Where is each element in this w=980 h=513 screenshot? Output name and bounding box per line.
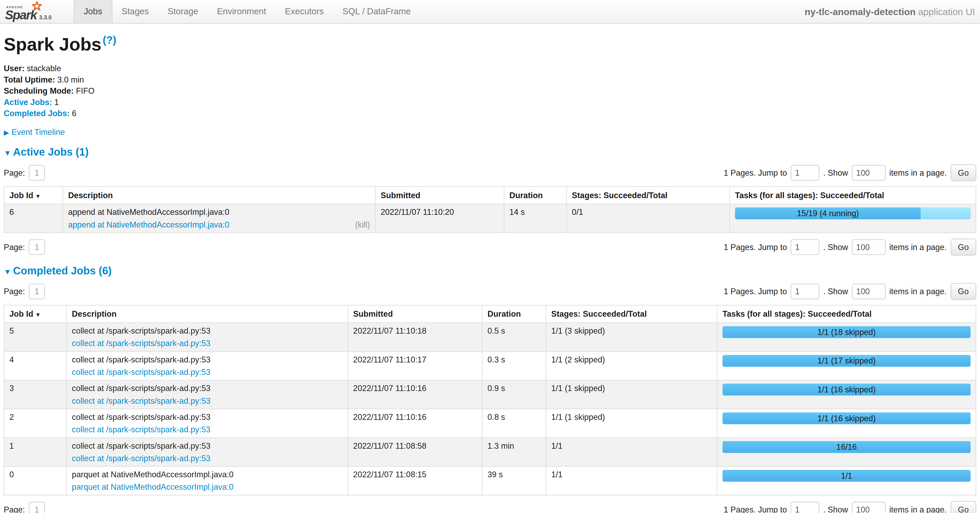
description-cell: collect at /spark-scripts/spark-ad.py:53… <box>67 351 348 380</box>
go-button[interactable]: Go <box>950 164 976 181</box>
task-progress-bar: 16/16 <box>722 441 971 453</box>
job-id-cell: 0 <box>4 467 67 495</box>
items-per-page-input[interactable] <box>852 284 886 299</box>
go-button[interactable]: Go <box>950 501 976 513</box>
job-description: collect at /spark-scripts/spark-ad.py:53 <box>72 384 343 393</box>
tab-stages[interactable]: Stages <box>112 0 158 23</box>
items-per-page-input[interactable] <box>852 502 886 513</box>
column-job-id[interactable]: Job Id▼ <box>4 305 67 323</box>
completed-jobs-heading[interactable]: ▼Completed Jobs (6) <box>4 265 976 277</box>
scheduling-mode-label: Scheduling Mode: <box>4 86 73 95</box>
items-per-page-input[interactable] <box>852 239 886 255</box>
submitted-cell: 2022/11/07 11:10:17 <box>348 351 482 380</box>
jump-to-page-input[interactable] <box>791 239 819 255</box>
column-stages[interactable]: Stages: Succeeded/Total <box>546 305 717 323</box>
show-text: . Show <box>823 242 848 252</box>
job-detail-link[interactable]: append at NativeMethodAccessorImpl.java:… <box>68 220 229 229</box>
expand-arrow-icon: ▶ <box>4 129 9 136</box>
job-id-cell: 4 <box>4 351 67 380</box>
stages-cell: 1/1 <box>546 438 717 467</box>
page-label: Page: <box>4 168 25 177</box>
tab-storage[interactable]: Storage <box>158 0 208 23</box>
job-detail-link[interactable]: parquet at NativeMethodAccessorImpl.java… <box>72 482 234 492</box>
description-cell: parquet at NativeMethodAccessorImpl.java… <box>67 467 348 495</box>
user-label: User: <box>4 64 25 73</box>
active-jobs-heading[interactable]: ▼Active Jobs (1) <box>4 146 976 159</box>
page-number-input[interactable] <box>29 165 45 180</box>
completed-jobs-link[interactable]: Completed Jobs: <box>4 109 70 118</box>
task-progress-label: 1/1 (18 skipped) <box>818 327 876 337</box>
items-per-page-input[interactable] <box>852 165 886 180</box>
task-progress-label: 16/16 <box>836 442 857 452</box>
column-submitted[interactable]: Submitted <box>348 305 482 323</box>
table-row: 2 collect at /spark-scripts/spark-ad.py:… <box>4 409 976 438</box>
collapse-arrow-icon: ▼ <box>4 267 11 276</box>
stages-cell: 0/1 <box>566 204 730 233</box>
tab-executors[interactable]: Executors <box>275 0 333 23</box>
job-description: parquet at NativeMethodAccessorImpl.java… <box>72 470 343 479</box>
duration-cell: 0.8 s <box>482 409 546 438</box>
go-button[interactable]: Go <box>950 283 976 300</box>
task-progress-bar: 1/1 (16 skipped) <box>722 384 971 395</box>
stages-cell: 1/1 <box>546 467 717 495</box>
job-id-cell: 5 <box>4 323 67 352</box>
pagination-bar: Page: 1 Pages. Jump to . Show items in a… <box>4 239 976 256</box>
job-detail-link[interactable]: collect at /spark-scripts/spark-ad.py:53 <box>72 454 211 463</box>
column-tasks[interactable]: Tasks (for all stages): Succeeded/Total <box>717 305 976 323</box>
help-link[interactable]: (?) <box>103 35 116 46</box>
jump-to-page-input[interactable] <box>791 284 819 299</box>
spark-logo[interactable]: APACHE Spark 3.3.0 <box>0 0 74 23</box>
stages-cell: 1/1 (3 skipped) <box>546 323 717 352</box>
table-header-row: Job Id▼ Description Submitted Duration S… <box>4 186 976 204</box>
pagination-bar: Page: 1 Pages. Jump to . Show items in a… <box>4 164 976 181</box>
pages-count-text: 1 Pages. Jump to <box>724 242 787 252</box>
task-progress-label: 1/1 <box>841 471 852 480</box>
page-number-input[interactable] <box>29 502 45 513</box>
duration-cell: 14 s <box>504 204 566 233</box>
column-submitted[interactable]: Submitted <box>375 186 504 204</box>
items-in-page-text: items in a page. <box>889 505 947 513</box>
column-job-id[interactable]: Job Id▼ <box>4 186 63 204</box>
column-duration[interactable]: Duration <box>504 186 566 204</box>
column-tasks[interactable]: Tasks (for all stages): Succeeded/Total <box>730 186 976 204</box>
job-detail-link[interactable]: collect at /spark-scripts/spark-ad.py:53 <box>72 339 211 348</box>
collapse-arrow-icon: ▼ <box>4 149 11 157</box>
summary-active-jobs: Active Jobs: 1 <box>4 98 976 106</box>
column-description[interactable]: Description <box>63 186 375 204</box>
duration-cell: 0.9 s <box>482 380 546 409</box>
column-stages[interactable]: Stages: Succeeded/Total <box>566 186 730 204</box>
duration-cell: 0.5 s <box>482 323 546 352</box>
pagination-bar: Page: 1 Pages. Jump to . Show items in a… <box>4 501 976 513</box>
job-detail-link[interactable]: collect at /spark-scripts/spark-ad.py:53 <box>72 396 211 405</box>
show-text: . Show <box>823 505 848 513</box>
items-in-page-text: items in a page. <box>889 242 947 252</box>
tab-jobs[interactable]: Jobs <box>74 0 112 23</box>
active-jobs-link[interactable]: Active Jobs: <box>4 97 52 106</box>
tab-environment[interactable]: Environment <box>208 0 275 23</box>
description-cell: append at NativeMethodAccessorImpl.java:… <box>63 204 375 233</box>
jump-to-page-input[interactable] <box>791 502 819 513</box>
user-value: stackable <box>27 64 61 73</box>
task-progress-label: 15/19 (4 running) <box>797 209 859 218</box>
go-button[interactable]: Go <box>950 239 976 256</box>
uptime-value: 3.0 min <box>57 75 84 84</box>
column-description[interactable]: Description <box>67 305 348 323</box>
main-content: Spark Jobs(?) User: stackable Total Upti… <box>0 34 980 513</box>
kill-link[interactable]: (kill) <box>355 220 370 229</box>
jump-to-page-input[interactable] <box>791 165 819 180</box>
job-detail-link[interactable]: collect at /spark-scripts/spark-ad.py:53 <box>72 425 211 434</box>
job-detail-link[interactable]: collect at /spark-scripts/spark-ad.py:53 <box>72 367 211 377</box>
sort-desc-icon: ▼ <box>35 193 41 200</box>
spark-version: 3.3.0 <box>39 14 52 21</box>
column-duration[interactable]: Duration <box>482 305 546 323</box>
uptime-label: Total Uptime: <box>4 75 55 84</box>
description-cell: collect at /spark-scripts/spark-ad.py:53… <box>67 380 348 409</box>
event-timeline-toggle[interactable]: ▶Event Timeline <box>4 127 976 137</box>
tab-sql-dataframe[interactable]: SQL / DataFrame <box>333 0 420 23</box>
page-number-input[interactable] <box>29 284 45 299</box>
task-progress-fill: 15/19 (4 running) <box>735 207 921 219</box>
job-id-cell: 6 <box>4 204 63 233</box>
tasks-cell: 16/16 <box>717 438 976 467</box>
page-number-input[interactable] <box>29 239 45 255</box>
table-row: 1 collect at /spark-scripts/spark-ad.py:… <box>4 438 976 467</box>
